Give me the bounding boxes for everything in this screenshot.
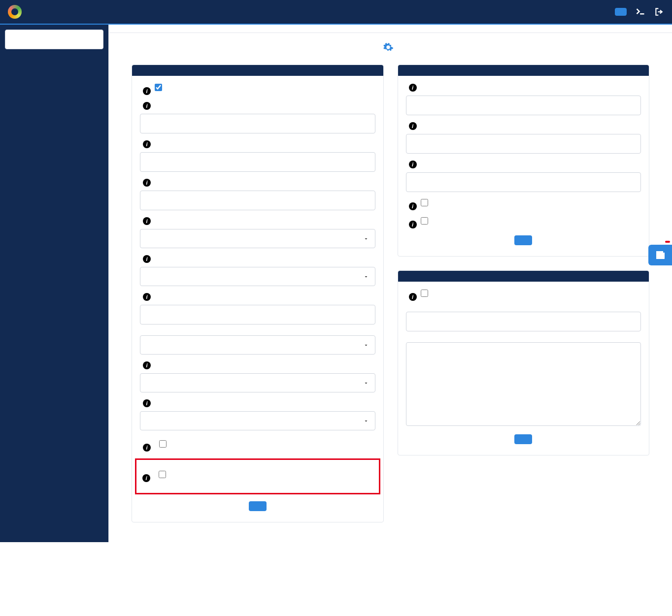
page-title <box>109 33 672 65</box>
logo[interactable] <box>8 5 25 19</box>
news-icon <box>654 249 666 261</box>
sidebar <box>0 25 108 542</box>
disable-webuzo-header <box>398 271 649 282</box>
topbar-info <box>588 7 664 17</box>
disable-webuzo-card: i <box>398 270 650 455</box>
main-content: i i i i <box>108 25 672 542</box>
info-icon[interactable]: i <box>409 293 417 301</box>
info-icon[interactable]: i <box>143 361 151 369</box>
cookie-name-input[interactable] <box>140 114 375 133</box>
info-icon[interactable]: i <box>409 161 417 168</box>
enduser-edit-button[interactable] <box>514 235 532 245</box>
info-icon[interactable]: i <box>143 399 151 407</box>
timezone-select[interactable] <box>140 335 375 355</box>
info-icon[interactable]: i <box>409 221 417 228</box>
info-icon[interactable]: i <box>143 293 151 301</box>
is-vps-checkbox[interactable] <box>155 84 162 91</box>
session-input[interactable] <box>406 134 641 154</box>
soa-input[interactable] <box>406 172 641 192</box>
info-icon[interactable]: i <box>143 444 151 452</box>
info-icon[interactable]: i <box>409 202 417 210</box>
info-icon[interactable]: i <box>409 84 417 92</box>
subject-input[interactable] <box>406 312 641 331</box>
loglevel-select[interactable] <box>140 411 375 430</box>
dbprefix-checkbox[interactable] <box>159 440 167 448</box>
terminal-icon[interactable] <box>636 7 645 17</box>
enduser-settings-header <box>398 65 649 76</box>
login-badge[interactable] <box>615 8 627 16</box>
homedir-select[interactable] <box>140 373 375 392</box>
news-badge <box>665 241 670 243</box>
gear-icon <box>383 42 394 53</box>
enduser-settings-card: i i i i <box>398 65 650 257</box>
ipchange-checkbox[interactable] <box>159 471 166 478</box>
topbar <box>0 0 672 25</box>
admin-email-input[interactable] <box>140 152 375 172</box>
theme-select[interactable] <box>140 267 375 286</box>
logo-icon <box>8 5 22 19</box>
general-settings-header <box>132 65 383 76</box>
news-float-button[interactable] <box>648 245 672 265</box>
logout-icon[interactable] <box>654 7 664 17</box>
time-format-input[interactable] <box>140 305 375 324</box>
breadcrumb <box>109 25 672 33</box>
from-email-input[interactable] <box>140 191 375 210</box>
info-icon[interactable]: i <box>143 140 151 148</box>
ip-change-highlight: i <box>135 458 380 494</box>
pwlen-input[interactable] <box>406 96 641 115</box>
general-edit-button[interactable] <box>249 501 267 511</box>
info-icon[interactable]: i <box>143 217 151 225</box>
message-textarea[interactable] <box>406 342 641 426</box>
info-icon[interactable]: i <box>143 255 151 263</box>
info-icon[interactable]: i <box>143 179 151 187</box>
cron-checkbox[interactable] <box>421 199 428 206</box>
info-icon[interactable]: i <box>143 87 151 95</box>
info-icon[interactable]: i <box>143 102 151 110</box>
info-icon[interactable]: i <box>409 122 417 130</box>
info-icon[interactable]: i <box>142 474 150 482</box>
disable-edit-button[interactable] <box>514 434 532 444</box>
compress-checkbox[interactable] <box>421 217 428 225</box>
turnoff-checkbox[interactable] <box>421 290 428 297</box>
language-select[interactable] <box>140 229 375 248</box>
search-input[interactable] <box>5 30 103 49</box>
general-settings-card: i i i i <box>132 65 384 522</box>
